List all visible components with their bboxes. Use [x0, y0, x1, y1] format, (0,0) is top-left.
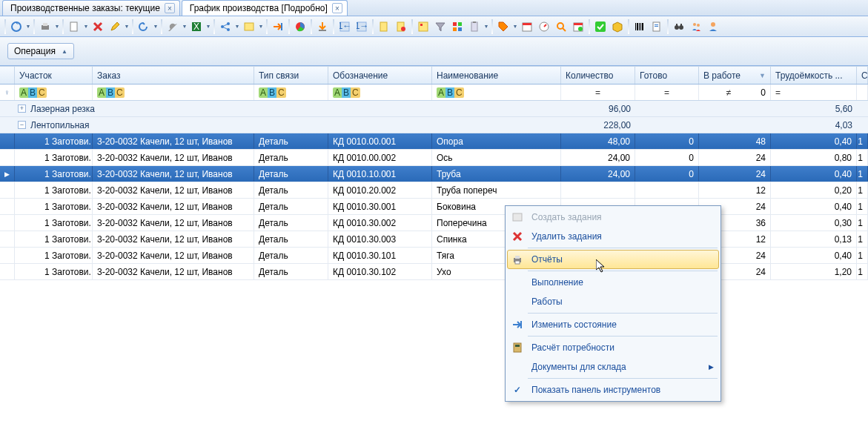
table-row[interactable]: 1 Заготови...3-20-0032 Качели, 12 шт, Ив… [0, 248, 868, 264]
filter-trud[interactable]: = [771, 84, 857, 100]
excel-icon[interactable]: X [188, 19, 205, 35]
ctx-calc-demand[interactable]: Расчёт потребности [507, 338, 719, 357]
dropdown-icon[interactable]: ▼ [54, 24, 60, 29]
calendar-icon[interactable] [519, 19, 535, 35]
binoculars-icon[interactable] [671, 19, 687, 35]
note-icon[interactable] [241, 19, 257, 35]
dropdown-icon[interactable]: ▼ [182, 24, 188, 29]
table-row[interactable]: 1 Заготови...3-20-0032 Качели, 12 шт, Ив… [0, 231, 868, 248]
tag-icon[interactable] [495, 19, 511, 35]
ctx-execution[interactable]: Выполнение [507, 273, 719, 292]
clipboard-icon[interactable] [466, 19, 483, 35]
task-icon[interactable] [415, 19, 431, 35]
filter-vrab[interactable]: ≠0 [699, 84, 771, 100]
filter-kol[interactable]: = [561, 84, 635, 100]
filter-tip[interactable]: ABC [254, 84, 328, 100]
col-naim[interactable]: Наименование [432, 67, 561, 84]
operation-button[interactable]: Операция ▲ [7, 43, 74, 59]
undo-icon[interactable] [136, 19, 152, 35]
blocks-icon[interactable] [449, 19, 466, 35]
table-row[interactable]: 1 Заготови...3-20-0032 Качели, 12 шт, Ив… [0, 199, 868, 215]
print-icon[interactable] [37, 19, 53, 35]
cell-tip: Деталь [254, 150, 328, 165]
group-row[interactable]: − Лентопильная 228,00 4,03 [0, 117, 868, 133]
expand-icon[interactable]: + [18, 105, 26, 113]
filter-icon[interactable]: ♀ [0, 84, 15, 100]
col-zakaz[interactable]: Заказ [93, 67, 254, 84]
tab-production-schedule[interactable]: График производства [Подробно] × [182, 0, 348, 16]
col-tip[interactable]: Тип связи [254, 67, 328, 84]
cell-kol: 24,00 [561, 166, 635, 182]
ctx-reports[interactable]: Отчёты [507, 250, 719, 269]
step-back-icon[interactable]: 1← [337, 19, 353, 35]
col-kol[interactable]: Количество [561, 67, 635, 84]
collapse-icon[interactable]: − [18, 121, 26, 129]
filter-uchastok[interactable]: ABC [15, 84, 93, 100]
ctx-show-toolbar[interactable]: ✓ Показать панель инструментов [507, 380, 719, 400]
dropdown-icon[interactable]: ▼ [25, 24, 31, 29]
box-icon[interactable] [609, 19, 626, 35]
col-trud[interactable]: Трудоёмкость ... [771, 67, 857, 84]
delete-icon[interactable] [90, 19, 106, 35]
svg-text:1←: 1← [339, 21, 350, 31]
svg-point-50 [711, 22, 715, 27]
table-row[interactable]: 1 Заготови...3-20-0032 Качели, 12 шт, Ив… [0, 133, 868, 150]
svg-rect-10 [281, 23, 282, 30]
ctx-warehouse-docs[interactable]: Документы для склада▶ [507, 357, 719, 377]
group-row[interactable]: + Лазерная резка 96,00 5,60 [0, 101, 868, 117]
ctx-delete-tasks[interactable]: Удалить задания [507, 227, 719, 246]
filter-oboz[interactable]: ABC [328, 84, 432, 100]
filter-zakaz[interactable]: ABC [93, 84, 254, 100]
table-row[interactable]: 1 Заготови...3-20-0032 Качели, 12 шт, Ив… [0, 182, 868, 199]
doc-icon[interactable] [376, 19, 392, 35]
doc2-icon[interactable] [393, 19, 409, 35]
svg-text:1→: 1→ [357, 21, 367, 31]
dropdown-icon[interactable]: ▼ [234, 24, 240, 29]
ctx-change-state[interactable]: Изменить состояние [507, 315, 719, 334]
chart-icon[interactable] [292, 19, 308, 35]
barcode-icon[interactable] [632, 19, 648, 35]
cell-last: 1 [857, 264, 868, 279]
close-icon[interactable]: × [165, 3, 175, 13]
goto-icon[interactable] [270, 19, 286, 35]
col-vrab[interactable]: В работе▼ [699, 67, 771, 84]
dropdown-icon[interactable]: ▼ [124, 24, 130, 29]
share-icon[interactable] [217, 19, 233, 35]
gauge-icon[interactable] [536, 19, 552, 35]
edit-icon[interactable] [107, 19, 123, 35]
col-last[interactable]: С [857, 67, 868, 84]
search-icon[interactable] [553, 19, 569, 35]
table-row[interactable]: 1 Заготови...3-20-0032 Качели, 12 шт, Ив… [0, 215, 868, 231]
users-icon[interactable] [688, 19, 704, 35]
dropdown-icon[interactable]: ▼ [83, 24, 89, 29]
dropdown-icon[interactable]: ▼ [512, 24, 518, 29]
dropdown-icon[interactable]: ▼ [153, 24, 159, 29]
ctx-works[interactable]: Работы [507, 292, 719, 311]
download-icon[interactable] [314, 19, 331, 35]
table-row[interactable]: 1 Заготови...3-20-0032 Качели, 12 шт, Ив… [0, 264, 868, 280]
filter-last[interactable] [857, 84, 868, 100]
new-icon[interactable] [66, 19, 82, 35]
col-uchastok[interactable]: Участок [15, 67, 93, 84]
col-got[interactable]: Готово [635, 67, 699, 84]
table-row[interactable]: 1 Заготови...3-20-0032 Качели, 12 шт, Ив… [0, 150, 868, 166]
cell-uchastok: 1 Заготови... [15, 182, 93, 198]
filter-naim[interactable]: ABC [432, 84, 561, 100]
tab-production-orders[interactable]: Производственные заказы: текущие × [2, 0, 180, 16]
col-oboz[interactable]: Обозначение [328, 67, 432, 84]
user-icon[interactable] [705, 19, 721, 35]
filter-icon[interactable] [432, 19, 448, 35]
filter-got[interactable]: = [635, 84, 699, 100]
table-row[interactable]: ▶1 Заготови...3-20-0032 Качели, 12 шт, И… [0, 166, 868, 182]
doc3-icon[interactable] [649, 19, 665, 35]
dropdown-icon[interactable]: ▼ [258, 24, 264, 29]
schedule-icon[interactable] [570, 19, 586, 35]
cell-uchastok: 1 Заготови... [15, 215, 93, 231]
close-icon[interactable]: × [332, 3, 342, 13]
dropdown-icon[interactable]: ▼ [483, 24, 489, 29]
refresh-icon[interactable] [8, 19, 24, 35]
check-icon[interactable] [592, 19, 609, 35]
step-fwd-icon[interactable]: 1→ [354, 19, 370, 35]
wrench-icon[interactable] [165, 19, 181, 35]
dropdown-icon[interactable]: ▼ [205, 24, 211, 29]
